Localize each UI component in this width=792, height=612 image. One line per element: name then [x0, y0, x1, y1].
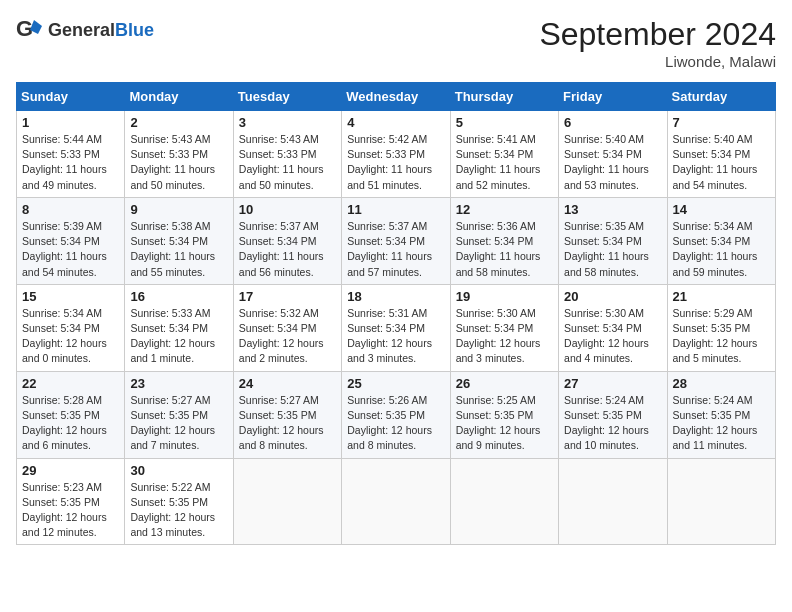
calendar-week-1: 1Sunrise: 5:44 AMSunset: 5:33 PMDaylight…	[17, 111, 776, 198]
day-number: 16	[130, 289, 227, 304]
calendar-cell: 30Sunrise: 5:22 AMSunset: 5:35 PMDayligh…	[125, 458, 233, 545]
day-info: Sunrise: 5:33 AMSunset: 5:34 PMDaylight:…	[130, 306, 227, 367]
calendar-cell: 28Sunrise: 5:24 AMSunset: 5:35 PMDayligh…	[667, 371, 775, 458]
calendar-cell: 11Sunrise: 5:37 AMSunset: 5:34 PMDayligh…	[342, 197, 450, 284]
day-number: 21	[673, 289, 770, 304]
day-number: 15	[22, 289, 119, 304]
day-info: Sunrise: 5:35 AMSunset: 5:34 PMDaylight:…	[564, 219, 661, 280]
day-number: 10	[239, 202, 336, 217]
day-info: Sunrise: 5:31 AMSunset: 5:34 PMDaylight:…	[347, 306, 444, 367]
day-number: 26	[456, 376, 553, 391]
day-number: 23	[130, 376, 227, 391]
day-info: Sunrise: 5:39 AMSunset: 5:34 PMDaylight:…	[22, 219, 119, 280]
day-info: Sunrise: 5:25 AMSunset: 5:35 PMDaylight:…	[456, 393, 553, 454]
calendar-cell: 29Sunrise: 5:23 AMSunset: 5:35 PMDayligh…	[17, 458, 125, 545]
weekday-header-row: SundayMondayTuesdayWednesdayThursdayFrid…	[17, 83, 776, 111]
day-info: Sunrise: 5:36 AMSunset: 5:34 PMDaylight:…	[456, 219, 553, 280]
day-number: 22	[22, 376, 119, 391]
calendar-cell: 27Sunrise: 5:24 AMSunset: 5:35 PMDayligh…	[559, 371, 667, 458]
calendar-cell: 25Sunrise: 5:26 AMSunset: 5:35 PMDayligh…	[342, 371, 450, 458]
day-number: 24	[239, 376, 336, 391]
calendar-cell: 22Sunrise: 5:28 AMSunset: 5:35 PMDayligh…	[17, 371, 125, 458]
calendar-cell	[667, 458, 775, 545]
calendar-cell	[342, 458, 450, 545]
day-number: 9	[130, 202, 227, 217]
logo: G GeneralBlue	[16, 16, 154, 44]
day-info: Sunrise: 5:30 AMSunset: 5:34 PMDaylight:…	[456, 306, 553, 367]
calendar-week-2: 8Sunrise: 5:39 AMSunset: 5:34 PMDaylight…	[17, 197, 776, 284]
day-number: 30	[130, 463, 227, 478]
calendar-cell: 17Sunrise: 5:32 AMSunset: 5:34 PMDayligh…	[233, 284, 341, 371]
calendar-table: SundayMondayTuesdayWednesdayThursdayFrid…	[16, 82, 776, 545]
day-number: 1	[22, 115, 119, 130]
calendar-cell: 5Sunrise: 5:41 AMSunset: 5:34 PMDaylight…	[450, 111, 558, 198]
logo-text-blue: Blue	[115, 20, 154, 40]
calendar-week-5: 29Sunrise: 5:23 AMSunset: 5:35 PMDayligh…	[17, 458, 776, 545]
weekday-header-monday: Monday	[125, 83, 233, 111]
calendar-cell: 15Sunrise: 5:34 AMSunset: 5:34 PMDayligh…	[17, 284, 125, 371]
weekday-header-wednesday: Wednesday	[342, 83, 450, 111]
weekday-header-tuesday: Tuesday	[233, 83, 341, 111]
calendar-week-3: 15Sunrise: 5:34 AMSunset: 5:34 PMDayligh…	[17, 284, 776, 371]
calendar-cell: 12Sunrise: 5:36 AMSunset: 5:34 PMDayligh…	[450, 197, 558, 284]
day-info: Sunrise: 5:43 AMSunset: 5:33 PMDaylight:…	[130, 132, 227, 193]
day-info: Sunrise: 5:37 AMSunset: 5:34 PMDaylight:…	[239, 219, 336, 280]
day-number: 28	[673, 376, 770, 391]
calendar-cell	[450, 458, 558, 545]
weekday-header-friday: Friday	[559, 83, 667, 111]
day-info: Sunrise: 5:27 AMSunset: 5:35 PMDaylight:…	[130, 393, 227, 454]
day-number: 29	[22, 463, 119, 478]
month-title: September 2024	[539, 16, 776, 53]
day-info: Sunrise: 5:43 AMSunset: 5:33 PMDaylight:…	[239, 132, 336, 193]
day-number: 19	[456, 289, 553, 304]
day-info: Sunrise: 5:32 AMSunset: 5:34 PMDaylight:…	[239, 306, 336, 367]
calendar-cell: 3Sunrise: 5:43 AMSunset: 5:33 PMDaylight…	[233, 111, 341, 198]
calendar-cell: 9Sunrise: 5:38 AMSunset: 5:34 PMDaylight…	[125, 197, 233, 284]
day-number: 2	[130, 115, 227, 130]
day-info: Sunrise: 5:22 AMSunset: 5:35 PMDaylight:…	[130, 480, 227, 541]
day-info: Sunrise: 5:41 AMSunset: 5:34 PMDaylight:…	[456, 132, 553, 193]
location-title: Liwonde, Malawi	[539, 53, 776, 70]
weekday-header-saturday: Saturday	[667, 83, 775, 111]
calendar-cell: 18Sunrise: 5:31 AMSunset: 5:34 PMDayligh…	[342, 284, 450, 371]
title-block: September 2024 Liwonde, Malawi	[539, 16, 776, 70]
calendar-cell: 6Sunrise: 5:40 AMSunset: 5:34 PMDaylight…	[559, 111, 667, 198]
day-info: Sunrise: 5:34 AMSunset: 5:34 PMDaylight:…	[22, 306, 119, 367]
day-number: 27	[564, 376, 661, 391]
weekday-header-thursday: Thursday	[450, 83, 558, 111]
day-number: 13	[564, 202, 661, 217]
day-number: 6	[564, 115, 661, 130]
calendar-cell: 10Sunrise: 5:37 AMSunset: 5:34 PMDayligh…	[233, 197, 341, 284]
page-header: G GeneralBlue September 2024 Liwonde, Ma…	[16, 16, 776, 70]
calendar-cell: 7Sunrise: 5:40 AMSunset: 5:34 PMDaylight…	[667, 111, 775, 198]
day-number: 7	[673, 115, 770, 130]
day-info: Sunrise: 5:24 AMSunset: 5:35 PMDaylight:…	[564, 393, 661, 454]
day-info: Sunrise: 5:24 AMSunset: 5:35 PMDaylight:…	[673, 393, 770, 454]
day-info: Sunrise: 5:37 AMSunset: 5:34 PMDaylight:…	[347, 219, 444, 280]
day-number: 3	[239, 115, 336, 130]
calendar-cell: 1Sunrise: 5:44 AMSunset: 5:33 PMDaylight…	[17, 111, 125, 198]
calendar-cell: 19Sunrise: 5:30 AMSunset: 5:34 PMDayligh…	[450, 284, 558, 371]
svg-text:G: G	[16, 16, 33, 41]
day-info: Sunrise: 5:28 AMSunset: 5:35 PMDaylight:…	[22, 393, 119, 454]
day-number: 11	[347, 202, 444, 217]
day-info: Sunrise: 5:40 AMSunset: 5:34 PMDaylight:…	[564, 132, 661, 193]
day-number: 8	[22, 202, 119, 217]
day-number: 5	[456, 115, 553, 130]
calendar-cell: 24Sunrise: 5:27 AMSunset: 5:35 PMDayligh…	[233, 371, 341, 458]
calendar-week-4: 22Sunrise: 5:28 AMSunset: 5:35 PMDayligh…	[17, 371, 776, 458]
calendar-cell: 26Sunrise: 5:25 AMSunset: 5:35 PMDayligh…	[450, 371, 558, 458]
day-info: Sunrise: 5:42 AMSunset: 5:33 PMDaylight:…	[347, 132, 444, 193]
calendar-cell: 20Sunrise: 5:30 AMSunset: 5:34 PMDayligh…	[559, 284, 667, 371]
calendar-cell	[559, 458, 667, 545]
day-number: 20	[564, 289, 661, 304]
calendar-cell: 16Sunrise: 5:33 AMSunset: 5:34 PMDayligh…	[125, 284, 233, 371]
calendar-cell: 8Sunrise: 5:39 AMSunset: 5:34 PMDaylight…	[17, 197, 125, 284]
calendar-cell: 21Sunrise: 5:29 AMSunset: 5:35 PMDayligh…	[667, 284, 775, 371]
day-number: 4	[347, 115, 444, 130]
calendar-cell: 13Sunrise: 5:35 AMSunset: 5:34 PMDayligh…	[559, 197, 667, 284]
day-info: Sunrise: 5:44 AMSunset: 5:33 PMDaylight:…	[22, 132, 119, 193]
calendar-cell: 2Sunrise: 5:43 AMSunset: 5:33 PMDaylight…	[125, 111, 233, 198]
day-number: 17	[239, 289, 336, 304]
calendar-cell: 23Sunrise: 5:27 AMSunset: 5:35 PMDayligh…	[125, 371, 233, 458]
